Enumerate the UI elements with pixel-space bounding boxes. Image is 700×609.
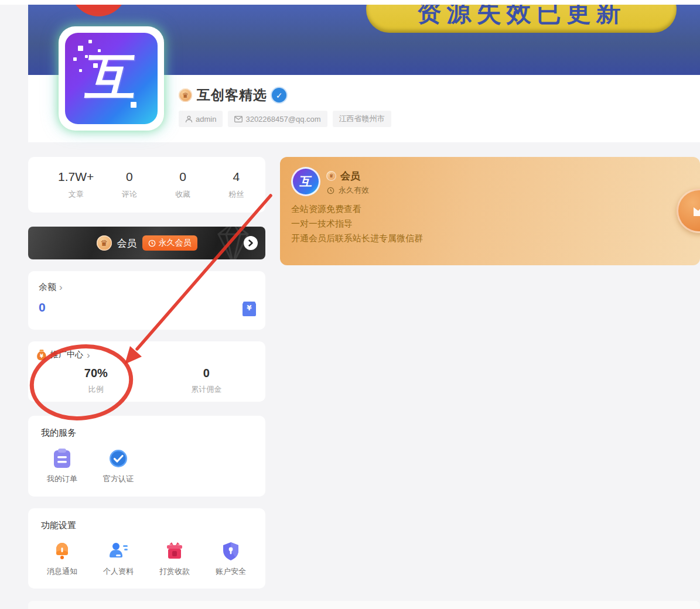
verified-badge-icon [108,448,129,469]
avatar-image: 互 [65,33,158,124]
chevron-right-icon[interactable] [244,236,258,250]
tag-label: 3202268457@qq.com [245,115,320,124]
tag-location: 江西省赣州市 [333,111,391,127]
tag-label: 江西省赣州市 [339,114,385,124]
vip-feature: 开通会员后联系站长进专属微信群 [291,231,423,245]
item-label: 我的订单 [47,474,77,484]
avatar-pixel-dot [131,102,136,108]
avatar[interactable]: 互 [59,26,164,131]
member-badge: 永久会员 [142,235,197,251]
avatar-pixel-dot [85,55,88,58]
username: 互创客精选 [197,86,267,104]
verified-icon: ✓ [272,88,286,102]
vip-banner[interactable]: 互 ♛ 会员 永久有效 全站资源免费查看 一对一技术指导 开通会员后联系站长进专… [280,157,700,265]
settings-card: 功能设置 消息通知 个人资料 [28,508,265,589]
item-label: 账户安全 [216,566,246,577]
mail-icon [234,116,243,122]
balance-title: 余额 [39,282,56,293]
personal-info-item[interactable]: 个人资料 [90,540,146,577]
bell-icon [52,540,73,562]
item-label: 打赏收款 [159,566,190,577]
stat-label: 收藏 [175,189,190,200]
next-card-edge [28,601,700,609]
stat-value: 4 [233,170,240,184]
promo-title-row: ¥ 推广中心 › [36,349,257,361]
top-white-strip [0,0,700,5]
promo-commission-value: 0 [203,367,210,380]
chevron-right-icon: › [87,350,90,360]
avatar-pixel-dot [93,63,98,68]
balance-card[interactable]: 余额 › 0 ¥ [28,271,265,330]
avatar-pixel-dot [88,40,92,43]
stat-fans[interactable]: 4 粉丝 [210,157,263,213]
item-label: 消息通知 [47,566,77,577]
avatar-glyph: 互 [299,173,313,190]
settings-title: 功能设置 [41,520,259,531]
balance-title-row: 余额 › [39,282,255,293]
crown-icon: ♛ [179,88,192,102]
promo-card[interactable]: ¥ 推广中心 › 70% 比例 0 累计佣金 [28,341,265,402]
item-label: 个人资料 [103,566,134,577]
svg-text:¥: ¥ [247,304,252,312]
banner-notice-button[interactable]: 资源失效已更新 [366,5,677,33]
official-verify-item[interactable]: 官方认证 [90,448,146,484]
tag-email: 3202268457@qq.com [228,111,327,127]
services-title: 我的服务 [41,427,259,439]
avatar-glyph: 互 [83,43,140,112]
yuan-badge-icon: ¥ [243,301,256,316]
account-security-item[interactable]: 账户安全 [203,540,259,577]
tag-admin: admin [179,111,223,127]
promo-stats: 70% 比例 0 累计佣金 [36,367,257,395]
stat-value: 0 [126,170,133,184]
vip-avatar: 互 [291,167,320,196]
member-bar[interactable]: ♛ 会员 永久会员 [28,227,265,259]
vip-feature: 一对一技术指导 [291,216,423,231]
user-icon [185,115,193,123]
services-items: 我的订单 官方认证 [34,448,259,484]
stat-articles[interactable]: 1.7W+ 文章 [49,157,103,213]
profile-page: 资源失效已更新 互 ♛ 互创客精选 ✓ admin 3202268457@qq.… [0,0,700,609]
person-profile-icon [108,540,129,562]
vip-validity: 永久有效 [339,185,369,196]
my-orders-item[interactable]: 我的订单 [34,448,90,484]
member-title: 会员 [117,237,137,250]
tag-label: admin [196,115,216,124]
notifications-item[interactable]: 消息通知 [34,540,90,577]
vip-play-button[interactable] [677,189,700,233]
avatar-pixel-dot [98,49,101,52]
banner-notice-text: 资源失效已更新 [417,5,626,29]
profile-tags: admin 3202268457@qq.com 江西省赣州市 [179,111,391,127]
clock-icon [327,187,334,194]
stats-card: 1.7W+ 文章 0 评论 0 收藏 4 粉丝 [28,157,265,213]
promo-title: 推广中心 [50,350,83,360]
username-row: ♛ 互创客精选 ✓ [179,86,286,104]
play-icon [690,202,700,220]
reward-payment-item[interactable]: 打赏收款 [146,540,203,577]
stat-label: 评论 [122,189,137,200]
promo-ratio-label: 比例 [88,384,104,395]
vip-feature: 全站资源免费查看 [291,201,423,216]
avatar-pixel-dot [73,57,77,61]
member-badge-label: 永久会员 [159,238,192,248]
site-logo-circle [70,5,127,16]
promo-commission: 0 累计佣金 [156,367,257,395]
order-clipboard-icon [52,448,72,469]
avatar-pixel-dot [79,69,82,72]
gift-icon [164,540,185,562]
stat-comments[interactable]: 0 评论 [103,157,156,213]
settings-items: 消息通知 个人资料 [34,540,259,577]
item-label: 官方认证 [103,474,134,484]
chevron-right-icon: › [59,282,63,292]
avatar-pixel-dot [78,46,83,51]
stat-value: 1.7W+ [58,170,94,184]
stat-label: 文章 [69,189,84,200]
money-bag-icon: ¥ [36,349,47,361]
stat-favorites[interactable]: 0 收藏 [156,157,210,213]
crown-icon: ♛ [326,171,336,181]
services-card: 我的服务 我的订单 官方认证 [28,416,265,497]
vip-validity-row: 永久有效 [327,185,369,196]
crown-coin-icon: ♛ [97,235,112,251]
vip-features: 全站资源免费查看 一对一技术指导 开通会员后联系站长进专属微信群 [291,201,423,245]
balance-value: 0 [39,300,255,314]
shield-lock-icon [220,540,241,562]
